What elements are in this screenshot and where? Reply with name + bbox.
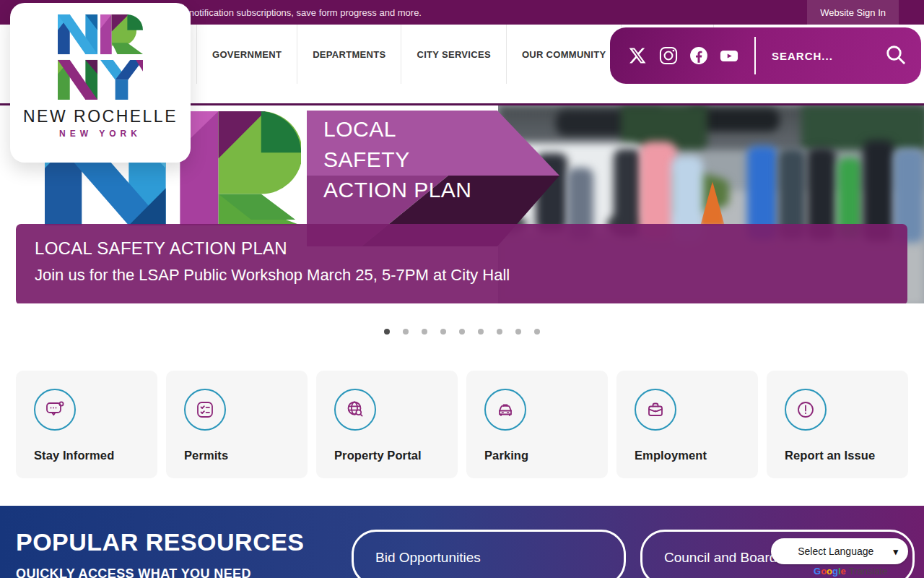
nav-item-city-services[interactable]: CITY SERVICES — [401, 25, 505, 84]
instagram-icon[interactable] — [659, 46, 678, 65]
logo-city-name: NEW ROCHELLE — [10, 107, 191, 126]
card-label: Parking — [484, 449, 528, 462]
website-signin-button[interactable]: Website Sign In — [807, 0, 899, 25]
briefcase-icon — [635, 389, 676, 431]
checklist-icon — [184, 389, 226, 431]
alert-circle-icon — [785, 389, 827, 431]
card-label: Property Portal — [334, 449, 422, 462]
carousel-dot-2[interactable] — [403, 329, 409, 335]
card-report-issue[interactable]: Report an Issue — [767, 371, 908, 478]
hero-caption-title: LOCAL SAFETY ACTION PLAN — [35, 238, 287, 259]
carousel-dot-5[interactable] — [459, 329, 465, 335]
car-icon — [484, 389, 526, 431]
page: Create a Website Account – Manage notifi… — [0, 0, 924, 578]
hero-banner-text: LOCAL SAFETY ACTION PLAN — [323, 114, 472, 205]
youtube-icon[interactable] — [720, 46, 738, 65]
bid-opportunities-button[interactable]: Bid Opportunities — [352, 530, 626, 578]
logo-state-name: NEW YORK — [10, 129, 191, 139]
popular-resources-section: POPULAR RESOURCES QUICKLY ACCESS WHAT YO… — [0, 506, 924, 578]
search-icon — [885, 57, 907, 68]
logo-card[interactable]: NEW ROCHELLE NEW YORK — [10, 3, 191, 163]
carousel-dot-3[interactable] — [422, 329, 427, 335]
chevron-down-icon: ▾ — [893, 546, 898, 557]
chat-bubble-icon — [34, 389, 76, 431]
card-employment[interactable]: Employment — [616, 371, 758, 478]
card-stay-informed[interactable]: Stay Informed — [16, 371, 157, 478]
language-select[interactable]: Select Language ▾ — [771, 538, 908, 564]
carousel-dot-4[interactable] — [440, 329, 446, 335]
search-button[interactable] — [884, 43, 908, 68]
card-label: Report an Issue — [785, 449, 875, 462]
carousel-dot-8[interactable] — [515, 329, 521, 335]
city-logo-icon — [58, 90, 143, 102]
carousel-dot-1[interactable] — [384, 329, 390, 335]
carousel-dot-7[interactable] — [497, 329, 502, 335]
quicklink-cards: Stay Informed Permits — [16, 371, 908, 478]
search-divider — [754, 37, 756, 74]
globe-search-icon — [334, 389, 376, 431]
nav-item-our-community[interactable]: OUR COMMUNITY — [506, 25, 622, 84]
popular-resources-title: POPULAR RESOURCES — [16, 528, 305, 556]
card-parking[interactable]: Parking — [466, 371, 608, 478]
x-icon[interactable] — [629, 46, 648, 65]
nav-item-government[interactable]: GOVERNMENT — [196, 25, 297, 84]
language-select-label: Select Language — [771, 545, 893, 557]
search-input[interactable] — [772, 50, 884, 62]
facebook-icon[interactable] — [689, 46, 708, 65]
popular-resources-subtitle: QUICKLY ACCESS WHAT YOU NEED — [16, 566, 251, 578]
hero-caption-subtitle: Join us for the LSAP Public Workshop Mar… — [35, 266, 510, 285]
card-label: Permits — [184, 449, 228, 462]
carousel-dot-6[interactable] — [478, 329, 484, 335]
carousel-dot-9[interactable] — [534, 329, 540, 335]
hero-caption[interactable]: LOCAL SAFETY ACTION PLAN Join us for the… — [16, 224, 907, 303]
card-permits[interactable]: Permits — [166, 371, 308, 478]
card-property-portal[interactable]: Property Portal — [316, 371, 458, 478]
card-label: Stay Informed — [34, 449, 114, 462]
google-translate-brand: GoogleTranslate — [814, 566, 888, 577]
social-search-bar — [610, 27, 921, 84]
carousel-dots — [0, 329, 924, 335]
nav-item-departments[interactable]: DEPARTMENTS — [297, 25, 401, 84]
card-label: Employment — [635, 449, 707, 462]
